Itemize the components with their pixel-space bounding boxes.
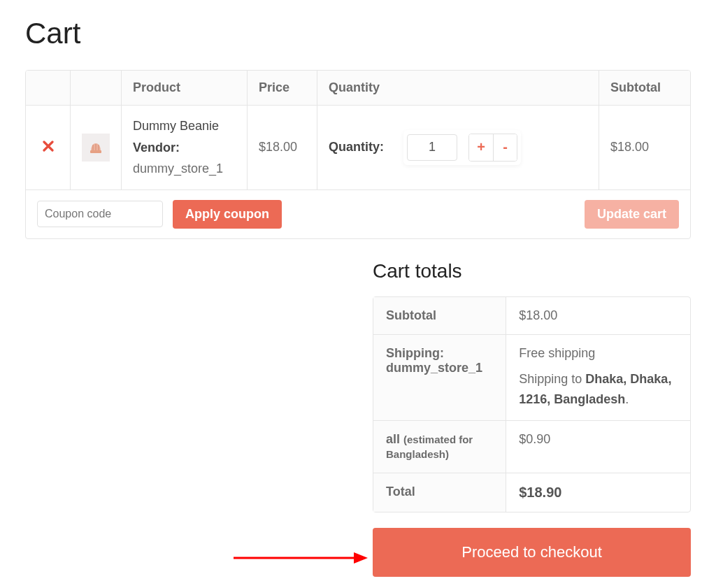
page-title: Cart (25, 17, 691, 50)
totals-total-label: Total (373, 473, 506, 512)
plus-icon: + (477, 139, 485, 155)
svg-marker-2 (354, 552, 368, 564)
proceed-to-checkout-button[interactable]: Proceed to checkout (373, 528, 691, 577)
col-remove-header (26, 71, 71, 106)
col-subtotal-header: Subtotal (599, 71, 690, 106)
tax-label-main: all (386, 432, 403, 446)
cart-totals-section: Cart totals Subtotal $18.00 Shipping: du… (373, 260, 691, 578)
cart-row: Dummy Beanie Vendor: dummy_store_1 $18.0… (26, 106, 690, 190)
beanie-icon (87, 139, 104, 156)
quantity-increase-button[interactable]: + (469, 134, 493, 161)
quantity-decrease-button[interactable]: - (493, 134, 517, 161)
col-thumb-header (71, 71, 122, 106)
coupon-input[interactable] (37, 201, 163, 227)
col-product-header: Product (122, 71, 248, 106)
totals-tax-label: all (estimated for Bangladesh) (373, 421, 506, 473)
col-price-header: Price (248, 71, 317, 106)
remove-item-button[interactable] (43, 139, 54, 155)
shipping-destination: Shipping to Dhaka, Dhaka, 1216, Banglade… (519, 369, 678, 410)
quantity-input[interactable] (407, 134, 457, 161)
quantity-label: Quantity: (329, 140, 384, 155)
close-icon (43, 141, 54, 152)
quantity-widget: + - (403, 130, 521, 165)
shipping-to-prefix: Shipping to (519, 372, 585, 386)
totals-tax-value: $0.90 (506, 421, 690, 473)
product-name[interactable]: Dummy Beanie (133, 115, 236, 137)
update-cart-button[interactable]: Update cart (585, 200, 679, 229)
totals-subtotal-label: Subtotal (373, 297, 506, 335)
cart-table: Product Price Quantity Subtotal (25, 70, 691, 239)
svg-rect-0 (90, 150, 101, 153)
minus-icon: - (503, 139, 508, 155)
annotation-arrow-icon (231, 544, 371, 572)
item-price: $18.00 (248, 106, 317, 190)
shipping-to-suffix: . (625, 392, 629, 406)
vendor-label: Vendor: (133, 141, 180, 155)
totals-shipping-label: Shipping: dummy_store_1 (373, 335, 506, 422)
vendor-name: dummy_store_1 (133, 162, 223, 175)
item-subtotal: $18.00 (599, 106, 690, 190)
cart-totals-table: Subtotal $18.00 Shipping: dummy_store_1 … (373, 296, 691, 513)
product-thumbnail[interactable] (82, 134, 110, 162)
cart-totals-title: Cart totals (373, 260, 691, 282)
shipping-method: Free shipping (519, 346, 678, 361)
totals-total-value: $18.90 (519, 485, 561, 500)
apply-coupon-button[interactable]: Apply coupon (173, 200, 282, 229)
col-quantity-header: Quantity (317, 71, 599, 106)
totals-subtotal-value: $18.00 (506, 297, 690, 335)
